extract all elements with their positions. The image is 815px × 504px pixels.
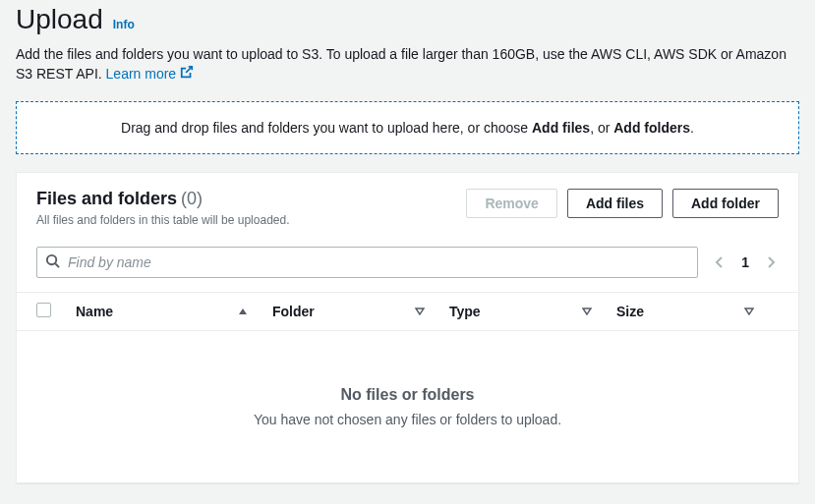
empty-state: No files or folders You have not chosen … [17, 331, 798, 482]
empty-title: No files or folders [36, 386, 779, 404]
info-link[interactable]: Info [113, 18, 135, 31]
sort-icon [743, 306, 755, 317]
remove-button[interactable]: Remove [466, 189, 556, 218]
panel-subtitle: All files and folders in this table will… [36, 213, 289, 227]
sort-icon [414, 306, 426, 317]
learn-more-link[interactable]: Learn more [106, 65, 195, 84]
search-input[interactable] [68, 254, 689, 270]
dropzone-add-files: Add files [532, 120, 590, 136]
dropzone-add-folders: Add folders [613, 120, 690, 136]
add-folder-button[interactable]: Add folder [672, 189, 779, 218]
pager-next-button[interactable] [763, 254, 779, 270]
column-label-size: Size [616, 304, 644, 319]
search-box[interactable] [36, 247, 698, 278]
panel-count: (0) [181, 189, 203, 208]
select-all-checkbox[interactable] [36, 303, 51, 317]
column-header-size[interactable]: Size [616, 304, 779, 319]
column-label-type: Type [449, 304, 481, 319]
files-panel: Files and folders (0) All files and fold… [16, 172, 799, 483]
column-header-name[interactable]: Name [76, 304, 272, 319]
search-icon [45, 253, 60, 271]
sort-icon [581, 306, 593, 317]
column-label-folder: Folder [272, 304, 315, 319]
dropzone-sep: , or [590, 120, 613, 136]
pager: 1 [712, 254, 779, 270]
page-description: Add the files and folders you want to up… [16, 45, 799, 84]
page-title: Upload [16, 4, 103, 35]
empty-subtitle: You have not chosen any files or folders… [36, 412, 779, 427]
column-header-type[interactable]: Type [449, 304, 616, 319]
column-header-folder[interactable]: Folder [272, 304, 449, 319]
pager-page-number: 1 [741, 254, 749, 270]
dropzone-text-prefix: Drag and drop files and folders you want… [121, 120, 532, 136]
add-files-button[interactable]: Add files [567, 189, 663, 218]
column-label-name: Name [76, 304, 113, 319]
svg-point-0 [47, 255, 56, 264]
pager-prev-button[interactable] [712, 254, 728, 270]
learn-more-label: Learn more [106, 65, 177, 84]
dropzone-suffix: . [690, 120, 694, 136]
dropzone[interactable]: Drag and drop files and folders you want… [16, 101, 799, 154]
panel-title: Files and folders [36, 189, 177, 208]
table-header: Name Folder Type Size [17, 292, 798, 331]
external-link-icon [180, 65, 194, 84]
sort-asc-icon [237, 306, 249, 317]
